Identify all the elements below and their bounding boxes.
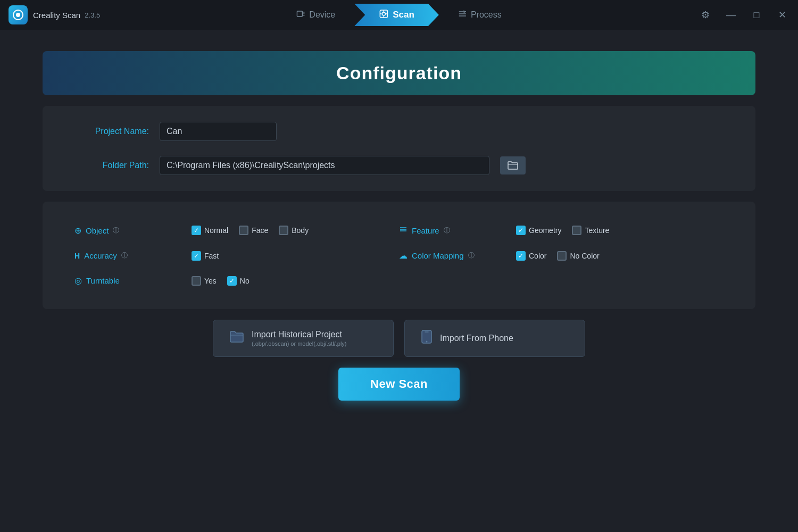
- maximize-button[interactable]: □: [749, 7, 764, 22]
- option-row-object: ⊕ Object ⓘ ✓ Normal Face Body: [74, 218, 399, 243]
- app-version: 2.3.5: [85, 11, 100, 19]
- tab-process-label: Process: [471, 10, 502, 20]
- turntable-icon: ◎: [74, 276, 82, 286]
- tab-scan-label: Scan: [393, 10, 414, 20]
- close-button[interactable]: ✕: [775, 7, 789, 22]
- settings-button[interactable]: ⚙: [698, 7, 713, 22]
- feature-info-icon[interactable]: ⓘ: [444, 226, 450, 235]
- option-label-turntable: ◎ Turntable: [74, 276, 192, 286]
- choice-normal[interactable]: ✓ Normal: [192, 226, 228, 235]
- tab-device[interactable]: Device: [277, 4, 354, 26]
- choice-no-color-label: No Color: [570, 252, 599, 260]
- folder-path-input[interactable]: [160, 156, 489, 175]
- accuracy-choices: ✓ Fast: [192, 251, 219, 261]
- choice-no-color[interactable]: No Color: [557, 251, 599, 261]
- color-mapping-choices: ✓ Color No Color: [516, 251, 600, 261]
- tab-process[interactable]: Process: [439, 4, 521, 26]
- choice-no[interactable]: ✓ No: [227, 276, 250, 286]
- object-info-icon[interactable]: ⓘ: [113, 226, 119, 235]
- option-text-feature: Feature: [412, 226, 439, 235]
- option-label-color-mapping: ☁ Color Mapping ⓘ: [399, 251, 516, 261]
- accuracy-icon: H: [74, 252, 80, 260]
- choice-color[interactable]: ✓ Color: [516, 251, 546, 261]
- app-logo: [9, 5, 28, 24]
- choice-texture-label: Texture: [585, 226, 609, 235]
- choice-no-label: No: [240, 277, 250, 285]
- project-card: Project Name: Folder Path:: [43, 106, 755, 191]
- project-name-label: Project Name:: [64, 127, 149, 136]
- browse-folder-button[interactable]: [500, 156, 526, 174]
- option-row-turntable: ◎ Turntable Yes ✓ No: [74, 268, 399, 293]
- main-content: Configuration Project Name: Folder Path:…: [0, 30, 798, 532]
- import-historical-subtitle: (.obp/.obscan) or model(.obj/.stl/.ply): [252, 340, 347, 347]
- option-text-object: Object: [86, 226, 109, 235]
- option-row-color-mapping: ☁ Color Mapping ⓘ ✓ Color No Color: [399, 243, 724, 268]
- import-phone-title: Import From Phone: [440, 334, 513, 343]
- svg-point-1: [16, 13, 20, 17]
- choice-face[interactable]: Face: [239, 226, 268, 235]
- config-title: Configuration: [336, 63, 462, 83]
- checkbox-color[interactable]: ✓: [516, 251, 526, 261]
- import-historical-button[interactable]: Import Historical Project (.obp/.obscan)…: [213, 320, 394, 357]
- option-row-feature: Feature ⓘ ✓ Geometry Texture: [399, 218, 724, 243]
- new-scan-row: New Scan: [43, 368, 755, 401]
- choice-texture[interactable]: Texture: [572, 226, 609, 235]
- choice-geometry[interactable]: ✓ Geometry: [516, 226, 561, 235]
- object-icon: ⊕: [74, 226, 81, 236]
- tab-scan[interactable]: Scan: [354, 4, 439, 26]
- color-mapping-info-icon[interactable]: ⓘ: [468, 251, 475, 260]
- import-phone-icon: [421, 330, 433, 347]
- choice-fast-label: Fast: [204, 252, 219, 260]
- feature-choices: ✓ Geometry Texture: [516, 226, 609, 235]
- choice-body-label: Body: [292, 226, 309, 235]
- checkbox-texture[interactable]: [572, 226, 581, 235]
- checkbox-face[interactable]: [239, 226, 248, 235]
- option-text-accuracy: Accuracy: [84, 251, 117, 260]
- choice-body[interactable]: Body: [279, 226, 309, 235]
- device-tab-icon: [296, 10, 305, 20]
- import-historical-title: Import Historical Project: [252, 330, 342, 339]
- svg-rect-2: [297, 11, 302, 16]
- checkbox-no-color[interactable]: [557, 251, 567, 261]
- svg-point-7: [382, 12, 385, 15]
- new-scan-button[interactable]: New Scan: [338, 368, 460, 401]
- folder-path-row: Folder Path:: [64, 156, 734, 175]
- choice-normal-label: Normal: [204, 226, 228, 235]
- checkbox-fast[interactable]: ✓: [192, 251, 201, 261]
- option-label-feature: Feature ⓘ: [399, 225, 516, 236]
- choice-geometry-label: Geometry: [529, 226, 561, 235]
- import-historical-icon: [229, 330, 244, 347]
- minimize-button[interactable]: —: [724, 7, 738, 22]
- option-text-turntable: Turntable: [86, 276, 120, 285]
- settings-area: ⚙ — □ ✕: [698, 7, 789, 22]
- feature-icon: [399, 225, 408, 236]
- options-card: ⊕ Object ⓘ ✓ Normal Face Body: [43, 202, 755, 309]
- option-text-color-mapping: Color Mapping: [412, 251, 464, 260]
- object-choices: ✓ Normal Face Body: [192, 226, 309, 235]
- choice-yes-label: Yes: [204, 277, 217, 285]
- scan-tab-icon: [379, 9, 388, 21]
- choice-color-label: Color: [529, 252, 546, 260]
- choice-face-label: Face: [252, 226, 268, 235]
- folder-path-label: Folder Path:: [64, 161, 149, 170]
- accuracy-info-icon[interactable]: ⓘ: [121, 251, 128, 260]
- app-title: Creality Scan: [33, 11, 80, 20]
- choice-fast[interactable]: ✓ Fast: [192, 251, 219, 261]
- process-tab-icon: [458, 10, 467, 20]
- choice-yes[interactable]: Yes: [192, 276, 217, 286]
- checkbox-no[interactable]: ✓: [227, 276, 237, 286]
- tab-device-label: Device: [309, 10, 335, 20]
- color-mapping-icon: ☁: [399, 251, 408, 261]
- config-header: Configuration: [43, 51, 755, 95]
- titlebar: Creality Scan 2.3.5 Device: [0, 0, 798, 30]
- import-buttons-row: Import Historical Project (.obp/.obscan)…: [43, 320, 755, 357]
- checkbox-geometry[interactable]: ✓: [516, 226, 526, 235]
- import-phone-texts: Import From Phone: [440, 334, 513, 343]
- checkbox-body[interactable]: [279, 226, 288, 235]
- project-name-row: Project Name:: [64, 122, 734, 141]
- option-label-accuracy: H Accuracy ⓘ: [74, 251, 192, 260]
- import-phone-button[interactable]: Import From Phone: [404, 320, 585, 357]
- project-name-input[interactable]: [160, 122, 277, 141]
- checkbox-yes[interactable]: [192, 276, 201, 286]
- checkbox-normal[interactable]: ✓: [192, 226, 201, 235]
